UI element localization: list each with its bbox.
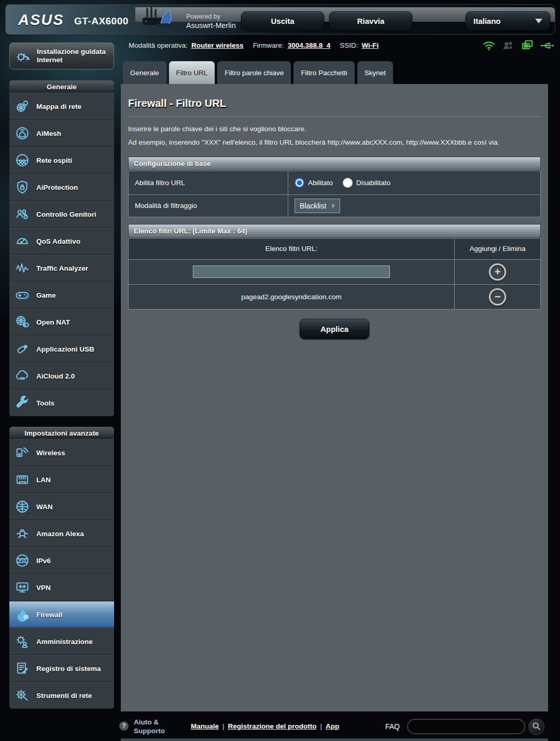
sidebar-item-label: Firewall xyxy=(36,611,62,619)
firmware-version-link[interactable]: 3004.388.8_4 xyxy=(288,41,331,49)
basic-config-table: Abilita filtro URL Abilitato Disabilitat… xyxy=(128,171,541,217)
sidebar-item-parental-controls[interactable]: Controllo Genitori xyxy=(9,201,114,228)
sidebar-item-label: Mappa di rete xyxy=(36,103,81,110)
sidebar-item-amazon-alexa[interactable]: Amazon Alexa xyxy=(9,520,114,547)
app-link[interactable]: App xyxy=(326,722,339,730)
table-row: Modalità di filtraggio Blacklist ∨ xyxy=(129,194,541,217)
sidebar-item-label: IPv6 xyxy=(36,557,51,565)
description-line-1: Inserire le parole chiave dei i siti che… xyxy=(128,122,541,136)
sidebar-item-vpn[interactable]: VPN xyxy=(9,574,114,601)
router-model: GT-AX6000 xyxy=(74,16,129,27)
tab-filtro-parole-chiave[interactable]: Filtro parole chiave xyxy=(217,61,291,84)
sidebar-item-game[interactable]: Game xyxy=(9,282,114,309)
asus-logo: ASUS xyxy=(18,11,64,29)
url-filter-entry: pagead2.googlesyndication.com xyxy=(129,284,455,309)
sidebar-item-lan[interactable]: LAN xyxy=(9,466,114,493)
description-line-2: Ad esempio, inserendo "XXX" nell'elenco,… xyxy=(128,136,541,149)
page-description: Inserire le parole chiave dei i siti che… xyxy=(128,122,541,150)
footer: ? Aiuto & Supporto Manuale | Registrazio… xyxy=(0,717,560,739)
tab-filtro-pacchetti[interactable]: Filtro Pacchetti xyxy=(293,61,354,84)
parental-controls-icon xyxy=(13,206,31,222)
open-nat-icon xyxy=(13,314,31,330)
sidebar-item-guest-network[interactable]: Rete ospiti xyxy=(9,147,114,174)
logout-button[interactable]: Uscita xyxy=(241,11,324,31)
sidebar-item-tools[interactable]: Tools xyxy=(9,389,114,416)
language-selector[interactable]: Italiano xyxy=(466,11,550,31)
sidebar-item-label: Amministrazione xyxy=(36,638,93,646)
manual-link[interactable]: Manuale xyxy=(191,722,219,730)
traffic-analyzer-icon xyxy=(13,260,31,276)
footer-links: Manuale | Registrazione del prodotto | A… xyxy=(191,722,339,730)
sidebar-item-label: Open NAT xyxy=(36,318,70,326)
title-divider xyxy=(128,116,541,117)
sidebar-item-network-map[interactable]: Mappa di rete xyxy=(9,93,114,120)
sidebar-item-traffic-analyzer[interactable]: Traffic Analyzer xyxy=(9,255,114,282)
wan-icon xyxy=(13,499,31,514)
sidebar-item-label: Wireless xyxy=(36,449,65,457)
faq-search-button[interactable] xyxy=(528,719,544,735)
sidebar-item-label: AiMesh xyxy=(36,130,61,137)
sidebar-item-label: AiCloud 2.0 xyxy=(36,372,75,380)
devices-status-icon[interactable] xyxy=(521,39,534,52)
sidebar-item-ipv6[interactable]: IPV6IPv6 xyxy=(9,547,114,574)
table-row: Abilita filtro URL Abilitato Disabilitat… xyxy=(129,171,541,194)
aimesh-icon xyxy=(13,125,31,141)
sidebar-item-wan[interactable]: WAN xyxy=(9,493,114,520)
svg-text:?: ? xyxy=(122,722,125,730)
tab-generale[interactable]: Generale xyxy=(123,61,166,84)
sidebar-item-adaptive-qos[interactable]: QoS Adattivo xyxy=(9,228,114,255)
router-merlin-illustration xyxy=(139,5,178,38)
network-map-icon xyxy=(13,99,31,114)
sidebar-item-label: Tools xyxy=(36,399,54,407)
filter-mode-select[interactable]: Blacklist ∨ xyxy=(295,199,340,213)
sidebar-item-wireless[interactable]: Wireless xyxy=(9,439,114,466)
sidebar-item-system-log[interactable]: Registro di sistema xyxy=(9,655,114,682)
faq-search-input[interactable] xyxy=(407,719,525,734)
vpn-icon xyxy=(13,580,31,595)
ipv6-icon: IPV6 xyxy=(13,553,31,568)
tab-bar: GeneraleFiltro URLFiltro parole chiaveFi… xyxy=(123,61,393,84)
sidebar-item-aiprotection[interactable]: AiProtection xyxy=(9,174,114,201)
disabled-radio-label: Disabilitato xyxy=(356,179,390,187)
sidebar-item-open-nat[interactable]: Open NAT xyxy=(9,309,114,335)
wifi-status-icon[interactable] xyxy=(482,39,496,52)
sidebar-item-label: Installazione guidata Internet xyxy=(37,48,109,64)
url-column-header: Elenco filtri URL: xyxy=(129,238,455,259)
amazon-alexa-icon xyxy=(13,526,31,541)
sidebar-item-label: QoS Adattivo xyxy=(36,237,80,245)
operation-mode-link[interactable]: Router wireless xyxy=(191,41,244,49)
reboot-button[interactable]: Riavvia xyxy=(329,11,412,31)
firewall-icon xyxy=(13,607,31,622)
table-row: pagead2.googlesyndication.com − xyxy=(129,284,541,309)
sidebar-item-aicloud[interactable]: AiCloud 2.0 xyxy=(9,362,114,389)
sidebar-item-network-tools[interactable]: Strumenti di rete xyxy=(9,682,114,709)
product-registration-link[interactable]: Registrazione del prodotto xyxy=(228,722,317,730)
sidebar-item-label: Applicazioni USB xyxy=(36,345,94,353)
url-filter-input[interactable] xyxy=(193,265,390,278)
aicloud-icon xyxy=(13,368,31,384)
filter-mode-value: Blacklist xyxy=(300,202,326,210)
system-log-icon xyxy=(13,661,31,676)
faq-label: FAQ xyxy=(385,722,400,731)
delete-url-button[interactable]: − xyxy=(489,288,506,305)
sidebar-item-label: Traffic Analyzer xyxy=(36,264,88,272)
sidebar-item-quick-setup[interactable]: Installazione guidata Internet xyxy=(9,43,114,69)
apply-button[interactable]: Applica xyxy=(300,319,369,339)
url-filter-table: Elenco filtri URL: Aggiungi / Elimina + … xyxy=(128,238,541,310)
sidebar-item-firewall[interactable]: Firewall xyxy=(9,601,114,628)
sidebar-advanced-list: WirelessLANWANAmazon AlexaIPV6IPv6VPNFir… xyxy=(9,439,114,709)
sidebar-item-aimesh[interactable]: AiMesh xyxy=(9,120,114,147)
ssid-link[interactable]: Wi-Fi xyxy=(361,41,379,49)
usb-status-icon[interactable] xyxy=(540,39,554,52)
ssid-label: SSID: xyxy=(340,41,358,49)
tab-skynet[interactable]: Skynet xyxy=(357,61,393,84)
disabled-radio[interactable] xyxy=(343,178,353,188)
add-url-button[interactable]: + xyxy=(489,263,506,281)
help-support-link[interactable]: ? Aiuto & Supporto xyxy=(118,718,165,736)
sidebar-item-usb-apps[interactable]: Applicazioni USB xyxy=(9,335,114,362)
clients-status-icon[interactable] xyxy=(501,39,515,52)
enabled-radio[interactable] xyxy=(295,178,304,188)
tab-filtro-url[interactable]: Filtro URL xyxy=(169,61,215,84)
status-bar: Modalità operativa: Router wireless Firm… xyxy=(129,41,379,49)
sidebar-item-administration[interactable]: Amministrazione xyxy=(9,628,114,655)
